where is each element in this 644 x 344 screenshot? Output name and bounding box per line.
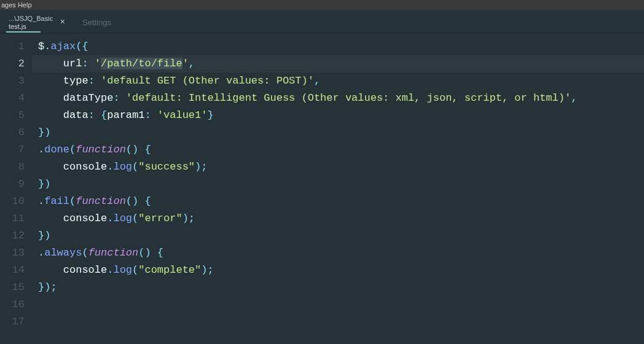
code-line: type: 'default GET (Other values: POST)'… — [32, 72, 644, 90]
code-line: }) — [32, 227, 644, 244]
code-line — [32, 313, 644, 330]
tab-testjs[interactable]: ...\JSJQ_Basic test.js × — [0, 10, 74, 33]
line-number: 15 — [0, 279, 32, 296]
line-number: 5 — [0, 107, 32, 124]
code-line: .fail(function() { — [32, 193, 644, 210]
line-number: 3 — [0, 72, 32, 90]
code-area[interactable]: $.ajax({ url: '/path/to/file', type: 'de… — [32, 33, 644, 344]
code-line — [32, 296, 644, 313]
line-number: 13 — [0, 244, 32, 262]
code-line: }); — [32, 279, 644, 296]
tab-path: ...\JSJQ_Basic — [9, 15, 65, 22]
code-line: data: {param1: 'value1'} — [32, 107, 644, 124]
line-number: 17 — [0, 313, 32, 330]
line-number: 6 — [0, 124, 32, 141]
line-number: 8 — [0, 158, 32, 176]
tab-bar: ...\JSJQ_Basic test.js × Settings — [0, 10, 644, 33]
code-line: }) — [32, 124, 644, 141]
code-editor[interactable]: 1234567891011121314151617 $.ajax({ url: … — [0, 33, 644, 344]
code-line: console.log("success"); — [32, 158, 644, 176]
line-number: 12 — [0, 227, 32, 244]
close-icon[interactable]: × — [60, 17, 65, 26]
line-number: 14 — [0, 262, 32, 279]
line-gutter: 1234567891011121314151617 — [0, 33, 32, 344]
line-number: 11 — [0, 210, 32, 227]
line-number: 9 — [0, 176, 32, 193]
line-number: 1 — [0, 38, 32, 55]
tab-settings[interactable]: Settings — [74, 10, 120, 33]
line-number: 4 — [0, 90, 32, 107]
line-number: 16 — [0, 296, 32, 313]
tab-label: Settings — [82, 18, 111, 27]
code-line: console.log("complete"); — [32, 262, 644, 279]
line-number: 2 — [0, 55, 32, 72]
menubar[interactable]: ages Help — [0, 0, 644, 10]
code-line: }) — [32, 176, 644, 193]
code-line: dataType: 'default: Intelligent Guess (O… — [32, 90, 644, 107]
code-line: .always(function() { — [32, 244, 644, 262]
line-number: 7 — [0, 141, 32, 158]
selection: /path/to/file — [101, 58, 183, 69]
code-line: .done(function() { — [32, 141, 644, 158]
code-line: url: '/path/to/file', — [32, 55, 644, 72]
menubar-text: ages Help — [1, 1, 32, 9]
code-line: console.log("error"); — [32, 210, 644, 227]
line-number: 10 — [0, 193, 32, 210]
code-line: $.ajax({ — [32, 38, 644, 55]
tab-filename: test.js — [9, 23, 65, 30]
